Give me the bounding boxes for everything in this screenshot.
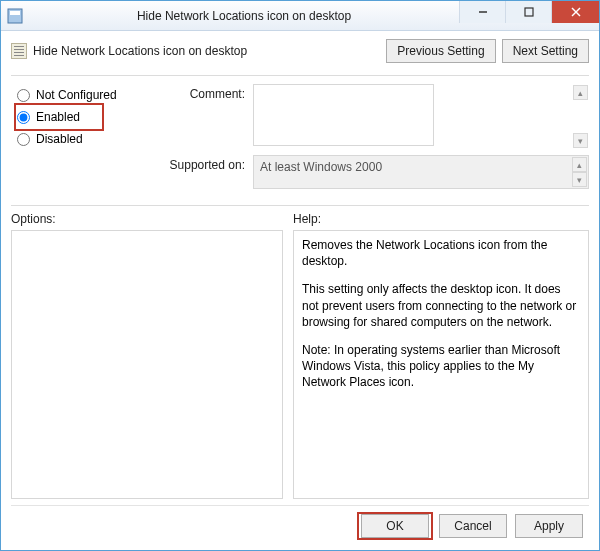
help-label: Help: xyxy=(293,212,589,226)
window-title: Hide Network Locations icon on desktop xyxy=(29,9,459,23)
state-area: Not Configured Enabled Disabled Comment:… xyxy=(11,76,589,197)
radio-enabled-input[interactable] xyxy=(17,111,30,124)
svg-rect-1 xyxy=(10,11,20,15)
scroll-down-icon[interactable]: ▾ xyxy=(572,172,587,187)
divider xyxy=(11,205,589,206)
header-row: Hide Network Locations icon on desktop P… xyxy=(11,39,589,63)
comment-row: Comment: ▴ ▾ xyxy=(161,84,589,149)
previous-setting-button[interactable]: Previous Setting xyxy=(386,39,495,63)
app-icon xyxy=(7,8,23,24)
close-button[interactable] xyxy=(551,1,599,23)
radio-not-configured-label: Not Configured xyxy=(36,88,117,102)
supported-row: Supported on: At least Windows 2000 ▴ ▾ xyxy=(161,155,589,189)
options-column: Options: xyxy=(11,212,283,499)
help-column: Help: Removes the Network Locations icon… xyxy=(293,212,589,499)
scroll-down-icon[interactable]: ▾ xyxy=(573,133,588,148)
policy-title: Hide Network Locations icon on desktop xyxy=(33,44,386,58)
titlebar: Hide Network Locations icon on desktop xyxy=(1,1,599,31)
window-controls xyxy=(459,1,599,30)
help-paragraph: This setting only affects the desktop ic… xyxy=(302,281,580,330)
scroll-up-icon[interactable]: ▴ xyxy=(572,157,587,172)
minimize-button[interactable] xyxy=(459,1,505,23)
comment-label: Comment: xyxy=(161,84,253,101)
panes: Options: Help: Removes the Network Locat… xyxy=(11,212,589,499)
radio-disabled-input[interactable] xyxy=(17,133,30,146)
ok-button[interactable]: OK xyxy=(361,514,429,538)
apply-button[interactable]: Apply xyxy=(515,514,583,538)
radio-not-configured[interactable]: Not Configured xyxy=(17,84,161,106)
radio-enabled[interactable]: Enabled xyxy=(17,106,101,128)
comment-textarea[interactable] xyxy=(253,84,434,146)
comment-column: Comment: ▴ ▾ Supported on: At least Wind… xyxy=(161,84,589,195)
radio-not-configured-input[interactable] xyxy=(17,89,30,102)
ok-highlight: OK xyxy=(359,514,431,538)
supported-value: At least Windows 2000 xyxy=(260,160,382,174)
help-paragraph: Removes the Network Locations icon from … xyxy=(302,237,580,269)
cancel-button[interactable]: Cancel xyxy=(439,514,507,538)
footer-buttons: OK Cancel Apply xyxy=(11,505,589,542)
policy-editor-window: Hide Network Locations icon on desktop H… xyxy=(0,0,600,551)
radio-disabled[interactable]: Disabled xyxy=(17,128,161,150)
state-radios: Not Configured Enabled Disabled xyxy=(11,84,161,195)
policy-icon xyxy=(11,43,27,59)
comment-wrap: ▴ ▾ xyxy=(253,84,589,149)
nav-buttons: Previous Setting Next Setting xyxy=(386,39,589,63)
content-area: Hide Network Locations icon on desktop P… xyxy=(1,31,599,550)
radio-disabled-label: Disabled xyxy=(36,132,83,146)
help-paragraph: Note: In operating systems earlier than … xyxy=(302,342,580,391)
supported-label: Supported on: xyxy=(161,155,253,172)
options-listbox[interactable] xyxy=(11,230,283,499)
help-textbox[interactable]: Removes the Network Locations icon from … xyxy=(293,230,589,499)
scroll-up-icon[interactable]: ▴ xyxy=(573,85,588,100)
options-label: Options: xyxy=(11,212,283,226)
maximize-button[interactable] xyxy=(505,1,551,23)
svg-rect-3 xyxy=(525,8,533,16)
next-setting-button[interactable]: Next Setting xyxy=(502,39,589,63)
radio-enabled-label: Enabled xyxy=(36,110,80,124)
supported-value-box: At least Windows 2000 ▴ ▾ xyxy=(253,155,589,189)
